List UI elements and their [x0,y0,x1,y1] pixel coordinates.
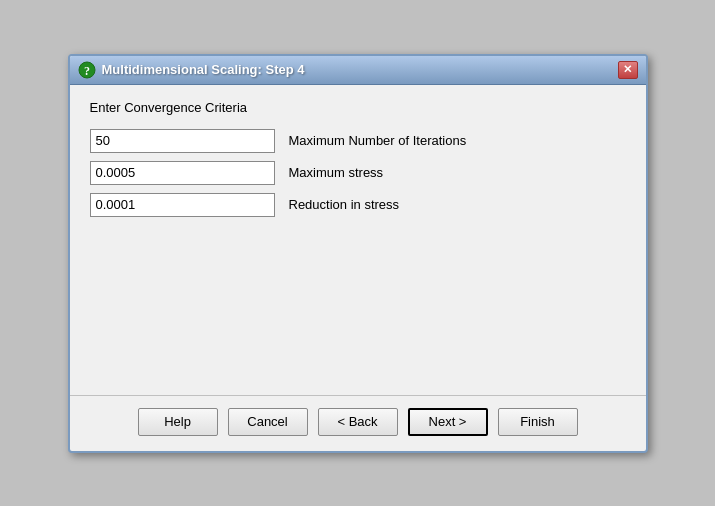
button-bar: Help Cancel < Back Next > Finish [70,395,646,451]
form-row-reduction: Reduction in stress [90,193,626,217]
iterations-input[interactable] [90,129,275,153]
max-stress-label: Maximum stress [289,165,384,180]
help-button[interactable]: Help [138,408,218,436]
form-row-iterations: Maximum Number of Iterations [90,129,626,153]
title-bar-left: ? Multidimensional Scaling: Step 4 [78,61,305,79]
title-bar: ? Multidimensional Scaling: Step 4 ✕ [70,56,646,85]
help-icon: ? [78,61,96,79]
iterations-label: Maximum Number of Iterations [289,133,467,148]
reduction-input[interactable] [90,193,275,217]
next-button[interactable]: Next > [408,408,488,436]
close-button[interactable]: ✕ [618,61,638,79]
dialog: ? Multidimensional Scaling: Step 4 ✕ Ent… [68,54,648,453]
back-button[interactable]: < Back [318,408,398,436]
finish-button[interactable]: Finish [498,408,578,436]
max-stress-input[interactable] [90,161,275,185]
dialog-body: Enter Convergence Criteria Maximum Numbe… [70,85,646,395]
spacer [90,225,626,385]
reduction-label: Reduction in stress [289,197,400,212]
window-title: Multidimensional Scaling: Step 4 [102,62,305,77]
svg-text:?: ? [84,63,90,77]
cancel-button[interactable]: Cancel [228,408,308,436]
section-heading: Enter Convergence Criteria [90,100,626,115]
form-row-max-stress: Maximum stress [90,161,626,185]
